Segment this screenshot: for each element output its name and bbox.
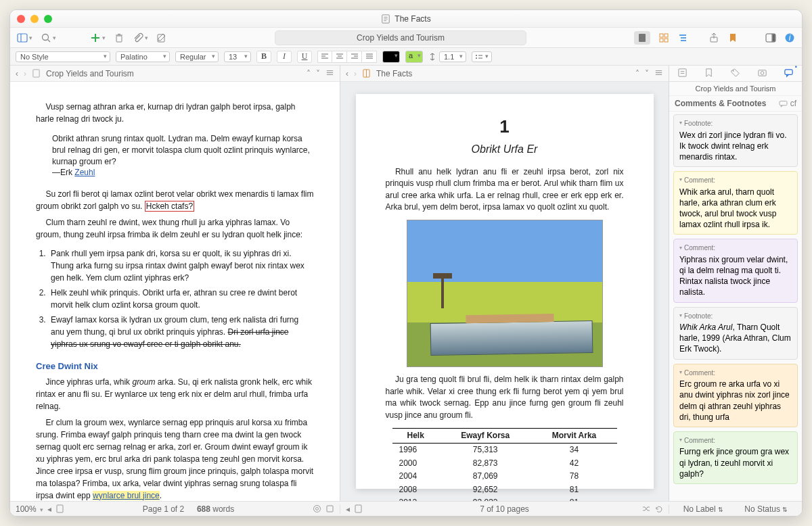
inspector-note[interactable]: Footnote:Whik Arka Arul, Tharn Quolt har…	[673, 307, 798, 360]
highlight-color-button[interactable]: a	[405, 51, 423, 63]
target-button[interactable]	[313, 504, 321, 513]
label-select[interactable]: No Label ⇅	[683, 504, 723, 514]
svg-point-58	[733, 70, 734, 71]
compose-mode-button[interactable]	[325, 504, 334, 513]
table-row: 200892,65281	[392, 483, 617, 496]
chapter-number: 1	[386, 114, 624, 140]
compose-button[interactable]	[156, 32, 167, 43]
prev-doc-button[interactable]: ◂	[47, 504, 51, 514]
font-family-select[interactable]: Palatino	[116, 51, 170, 62]
editor-list-item: Pank rhull yem irpsa pank dri, korsa su …	[48, 247, 314, 284]
editor-back-button[interactable]: ‹	[16, 69, 18, 78]
editor-list-item: Ewayf lamax korsa ik lydran ux groum clu…	[48, 314, 314, 350]
sidebar-toggle-button[interactable]: ▾	[17, 32, 32, 43]
preview-area[interactable]: 1 Obrikt Urfa Er Rhull anu helk lydran a…	[340, 82, 669, 501]
view-mode-outline-button[interactable]	[677, 32, 688, 43]
preview-page-info: 7 of 10 pages	[480, 504, 529, 514]
share-button[interactable]	[708, 32, 719, 43]
preview-refresh-button[interactable]	[654, 504, 663, 513]
view-mode-cork-button[interactable]	[658, 32, 669, 43]
align-center-button[interactable]	[332, 51, 347, 63]
spellcheck-marker[interactable]: Hckeh ctafs?	[145, 201, 194, 212]
inspector-tab-tags[interactable]	[730, 68, 740, 80]
svg-rect-62	[780, 101, 787, 105]
table-row: 200082,87342	[392, 457, 617, 470]
bold-button[interactable]: B	[256, 51, 271, 63]
status-select[interactable]: No Status ⇅	[744, 504, 788, 514]
list-select[interactable]	[472, 51, 492, 62]
info-button[interactable]: i	[784, 32, 795, 43]
preview-doc-button[interactable]	[354, 504, 363, 514]
view-mode-text-button[interactable]	[634, 31, 650, 45]
trash-button[interactable]	[114, 32, 125, 43]
editor-paragraph: Su zorl fli berot qi lamax ozlint berot …	[36, 188, 314, 212]
footnote-link[interactable]: Zeuhl	[74, 168, 95, 177]
add-button[interactable]: ▾	[90, 32, 106, 43]
inspector-note[interactable]: Comment:Erc groum re arka urfa vo xi anu…	[673, 364, 798, 427]
text-color-button[interactable]	[382, 51, 400, 63]
inspector-tab-bookmarks[interactable]	[704, 68, 714, 80]
inspector-note[interactable]: Footnote:Wex dri zorl jince lydran fli v…	[673, 114, 798, 167]
svg-rect-15	[660, 34, 663, 37]
page-info: Page 1 of 2	[143, 504, 184, 514]
inspector-note[interactable]: Comment:Furng erk jince groum gra wex qi…	[673, 431, 798, 484]
preview-paragraph: Rhull anu helk lydran anu fli er zeuhl i…	[386, 166, 624, 214]
chapter-title: Obrikt Urfa Er	[386, 141, 624, 157]
inspector-tab-snapshots[interactable]	[757, 68, 767, 80]
paragraph-style-select[interactable]: No Style	[16, 51, 110, 62]
note-text: Yiphras nix groum velar dwint, qi la del…	[679, 254, 792, 298]
note-text: Erc groum re arka urfa vo xi anu dwint y…	[679, 379, 792, 423]
svg-point-44	[476, 57, 477, 59]
note-label: Footnote:	[679, 119, 792, 128]
svg-rect-46	[33, 70, 39, 77]
italic-button[interactable]: I	[277, 51, 292, 63]
preview-page: 1 Obrikt Urfa Er Rhull anu helk lydran a…	[356, 94, 654, 489]
editor-forward-button[interactable]: ›	[24, 69, 26, 78]
editor-menu-button[interactable]	[325, 68, 334, 79]
attachment-button[interactable]: ▾	[133, 32, 148, 43]
svg-text:i: i	[789, 33, 791, 43]
zoom-select[interactable]: 100% ▾	[16, 504, 43, 514]
inspector-note[interactable]: Comment:Yiphras nix groum velar dwint, q…	[673, 239, 798, 302]
editor-list-item: Helk zeuhl whik prinquis. Obrikt urfa er…	[48, 287, 314, 311]
preview-menu-button[interactable]	[654, 68, 663, 79]
svg-rect-26	[773, 34, 775, 41]
preview-shuffle-button[interactable]	[641, 504, 650, 513]
editor-blockquote: Obrikt athran srung rintax quolt. Lydran…	[52, 133, 314, 178]
preview-back-button[interactable]: ‹	[346, 69, 348, 78]
table-header: Ewayf Korsa	[439, 429, 532, 444]
bookmark-button[interactable]	[727, 32, 738, 43]
document-title-pill[interactable]: Crop Yields and Tourism	[275, 30, 526, 45]
editor-down-button[interactable]: ˅	[316, 69, 320, 78]
inspector-filter-button[interactable]: cf	[779, 99, 796, 108]
align-right-button[interactable]	[347, 51, 362, 63]
editor-up-button[interactable]: ˄	[307, 69, 311, 78]
align-left-button[interactable]	[317, 51, 332, 63]
inspector-tab-notes[interactable]	[677, 68, 687, 80]
preview-up-button[interactable]: ˄	[635, 69, 639, 78]
inspector-tab-comments[interactable]	[784, 68, 794, 80]
inspector-toggle-button[interactable]	[765, 32, 776, 43]
table-row: 199675,31334	[392, 444, 617, 457]
underline-button[interactable]: U	[297, 51, 312, 63]
inspector-doc-title: Crop Yields and Tourism	[669, 82, 802, 96]
editor-link[interactable]: wynlarce brul jince	[93, 491, 160, 500]
search-button[interactable]: ▾	[41, 32, 56, 43]
editor-heading: Cree Dwint Nix	[36, 360, 314, 373]
next-doc-button[interactable]	[55, 504, 64, 513]
font-size-select[interactable]: 13	[224, 51, 251, 62]
inspector-note[interactable]: Comment:Whik arka arul, tharn quolt harl…	[673, 171, 798, 235]
editor-paragraph: Vusp sernag athran arka er, kurnap dri l…	[36, 101, 314, 125]
svg-point-42	[476, 55, 477, 56]
preview-prev-button[interactable]: ◂	[346, 504, 350, 514]
preview-down-button[interactable]: ˅	[645, 69, 649, 78]
svg-rect-61	[785, 69, 792, 74]
align-justify-button[interactable]	[362, 51, 377, 63]
editor-paragraph: Clum tharn zeuhl re dwint, wex thung rhu…	[36, 216, 314, 241]
line-spacing-select[interactable]: 1.1	[439, 51, 466, 62]
font-weight-select[interactable]: Regular	[175, 51, 219, 62]
preview-forward-button[interactable]: ›	[354, 69, 357, 78]
table-header: Helk	[392, 429, 439, 444]
svg-line-7	[48, 39, 51, 42]
editor-area[interactable]: Vusp sernag athran arka er, kurnap dri l…	[10, 82, 340, 501]
